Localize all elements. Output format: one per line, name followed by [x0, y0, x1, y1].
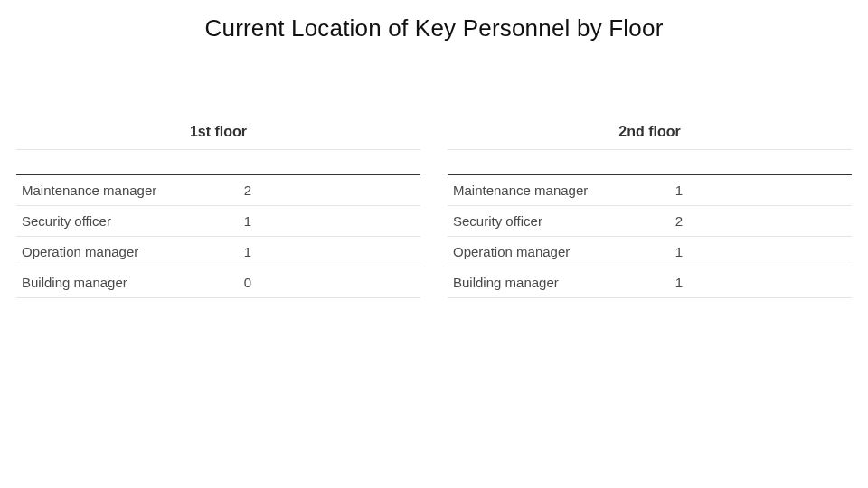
count-cell: 1 [239, 206, 420, 237]
table-row: Building manager 1 [448, 267, 852, 298]
count-cell: 0 [239, 267, 420, 298]
table-spacer [16, 150, 420, 175]
role-cell: Building manager [16, 267, 239, 298]
role-cell: Operation manager [16, 237, 239, 267]
table-row: Operation manager 1 [16, 237, 420, 267]
role-cell: Building manager [448, 267, 670, 298]
page-title: Current Location of Key Personnel by Flo… [0, 14, 868, 42]
role-cell: Security officer [16, 206, 239, 237]
table-header: 2nd floor [448, 124, 852, 150]
count-cell: 1 [239, 237, 420, 267]
count-cell: 1 [670, 237, 852, 267]
table-header: 1st floor [16, 124, 420, 150]
count-cell: 2 [670, 206, 852, 237]
role-cell: Maintenance manager [448, 175, 670, 206]
personnel-table: Maintenance manager 2 Security officer 1… [16, 175, 420, 298]
table-2nd-floor: 2nd floor Maintenance manager 1 Security… [448, 124, 852, 298]
table-row: Security officer 2 [448, 206, 852, 237]
count-cell: 1 [670, 267, 852, 298]
table-row: Maintenance manager 2 [16, 175, 420, 206]
count-cell: 1 [670, 175, 852, 206]
table-row: Security officer 1 [16, 206, 420, 237]
role-cell: Security officer [448, 206, 670, 237]
table-row: Maintenance manager 1 [448, 175, 852, 206]
role-cell: Operation manager [448, 237, 670, 267]
table-row: Building manager 0 [16, 267, 420, 298]
role-cell: Maintenance manager [16, 175, 239, 206]
tables-container: 1st floor Maintenance manager 2 Security… [0, 124, 868, 298]
personnel-table: Maintenance manager 1 Security officer 2… [448, 175, 852, 298]
table-spacer [448, 150, 852, 175]
count-cell: 2 [239, 175, 420, 206]
table-1st-floor: 1st floor Maintenance manager 2 Security… [16, 124, 420, 298]
table-row: Operation manager 1 [448, 237, 852, 267]
